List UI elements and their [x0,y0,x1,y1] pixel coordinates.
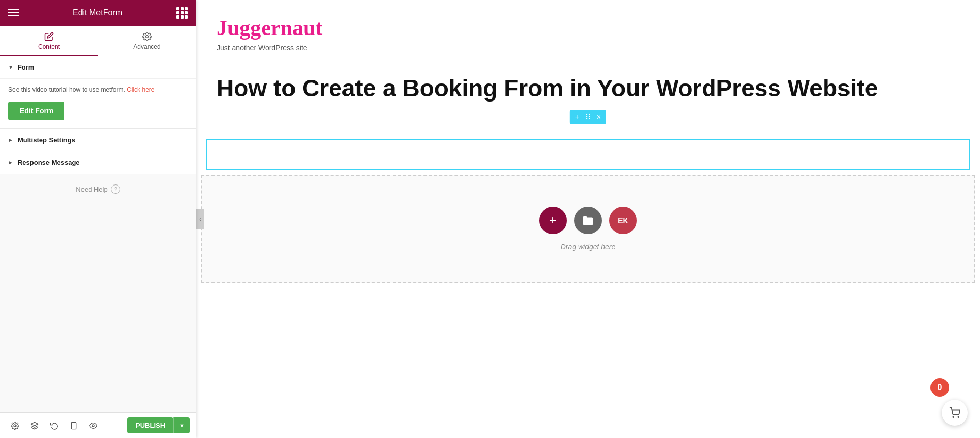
tab-advanced[interactable]: Advanced [98,26,196,56]
publish-group: PUBLISH ▼ [127,417,190,433]
history-icon [50,422,58,430]
svg-point-5 [92,425,94,427]
add-widget-button[interactable]: + [539,207,567,234]
site-title: Juggernaut [217,15,959,40]
svg-point-1 [14,425,16,427]
widget-area: + ⠿ × [196,118,980,170]
accordion-response-header[interactable]: ► Response Message [0,151,196,174]
widget-toolbar: + ⠿ × [570,110,606,124]
cart-button[interactable] [942,400,968,426]
preview-footer-btn[interactable] [85,417,102,434]
site-header: Juggernaut Just another WordPress site [196,0,980,64]
sidebar-content: ▼ Form See this video tutorial how to us… [0,56,196,412]
drag-widget-area[interactable]: + EK Drag widget here [201,175,975,283]
layers-icon [30,422,39,430]
widget-move-icon: ⠿ [585,113,591,121]
accordion-multistep-arrow: ► [8,137,13,143]
need-help-text: Need Help [76,186,107,193]
eye-icon [89,422,97,430]
folder-widget-button[interactable] [574,207,602,234]
accordion-form-arrow: ▼ [8,64,13,70]
accordion-multistep: ► Multistep Settings [0,129,196,151]
accordion-multistep-header[interactable]: ► Multistep Settings [0,129,196,151]
accordion-response: ► Response Message [0,151,196,174]
widget-add-icon: + [575,113,579,121]
widget-close-icon: × [597,113,601,121]
accordion-form: ▼ Form See this video tutorial how to us… [0,56,196,129]
accordion-form-title: Form [18,63,35,71]
tutorial-text: See this video tutorial how to use metfo… [8,85,188,94]
publish-button[interactable]: PUBLISH [127,417,173,433]
svg-marker-2 [31,422,38,426]
grid-menu-icon[interactable] [176,7,188,19]
accordion-multistep-title: Multistep Settings [18,136,75,144]
responsive-footer-btn[interactable] [65,417,83,434]
history-footer-btn[interactable] [45,417,63,434]
cart-icon [949,407,960,418]
sidebar-tabs: Content Advanced [0,26,196,56]
collapse-handle[interactable]: ‹ [196,209,204,229]
svg-point-10 [953,416,954,417]
folder-icon [582,215,594,226]
tab-content-label: Content [38,43,60,50]
publish-arrow-button[interactable]: ▼ [173,417,190,433]
canvas: Juggernaut Just another WordPress site H… [196,0,980,438]
svg-point-0 [146,36,149,38]
settings-footer-btn[interactable] [6,417,24,434]
layers-footer-btn[interactable] [26,417,43,434]
tab-advanced-label: Advanced [133,43,160,50]
svg-rect-3 [71,422,76,429]
widget-box [206,139,970,170]
settings-icon [11,422,19,430]
sidebar-title: Edit MetForm [73,8,122,18]
accordion-response-arrow: ► [8,160,13,165]
drag-buttons: + EK [539,207,637,234]
widget-add-btn[interactable]: + [572,111,582,123]
widget-close-btn[interactable]: × [594,111,604,123]
accordion-response-title: Response Message [18,159,80,166]
tab-content[interactable]: Content [0,26,98,56]
main-canvas: ‹ Juggernaut Just another WordPress site… [196,0,980,438]
ek-icon: EK [618,216,628,225]
edit-form-button[interactable]: Edit Form [8,102,64,120]
site-subtitle: Just another WordPress site [217,43,959,54]
add-icon: + [550,214,557,227]
notification-count: 0 [938,383,942,392]
gear-icon [142,32,152,41]
svg-point-11 [958,416,959,417]
drag-widget-text: Drag widget here [561,243,616,251]
accordion-form-body: See this video tutorial how to use metfo… [0,78,196,128]
help-icon[interactable]: ? [111,184,120,194]
sidebar: Edit MetForm Content Advanced [0,0,196,438]
sidebar-footer: PUBLISH ▼ [0,412,196,438]
sidebar-header: Edit MetForm [0,0,196,26]
ek-widget-button[interactable]: EK [609,207,637,234]
notification-badge[interactable]: 0 [930,378,949,397]
pencil-icon [44,32,54,41]
accordion-form-header[interactable]: ▼ Form [0,56,196,78]
widget-move-btn[interactable]: ⠿ [582,111,594,123]
responsive-icon [70,422,78,430]
need-help-section: Need Help ? [0,174,196,204]
tutorial-link[interactable]: Click here [127,86,154,93]
chevron-left-icon: ‹ [199,216,201,222]
hamburger-menu[interactable] [8,9,19,16]
